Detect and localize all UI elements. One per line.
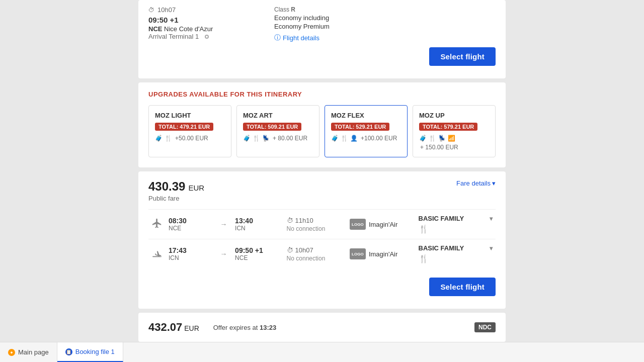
flight-1-duration-col: ⏱ 11h10 No connection — [284, 210, 347, 239]
fare-price: 430.39 EUR — [148, 179, 204, 194]
terminal-label: Arrival Terminal 1 — [148, 33, 199, 40]
upgrade-card-moz-flex[interactable]: MOZ FLEX TOTAL: 529.21 EUR 🧳 🍴 👤 +100.00… — [325, 105, 408, 157]
upgrade-card-moz-art[interactable]: MOZ ART TOTAL: 509.21 EUR 🧳 🍴 💺 + 80.00 … — [236, 105, 319, 157]
flight-details-link[interactable]: ⓘ Flight details — [274, 33, 496, 42]
upgrade-price-moz-art: + 80.00 EUR — [273, 135, 307, 142]
offer-expires-time: 13:23 — [260, 324, 276, 331]
airport-info: NCE Nice Cote d'Azur — [148, 25, 249, 33]
tab-booking-label: Booking file 1 — [75, 348, 115, 355]
clock-icon-2: ⏱ — [287, 246, 293, 254]
arrow-icon-2: → — [217, 239, 232, 269]
flight-details-text: Flight details — [283, 34, 319, 42]
upgrade-icons-moz-art: 🧳 🍴 💺 + 80.00 EUR — [243, 135, 313, 142]
family-icons-1: 🍴 — [419, 224, 493, 234]
flight-2-family-name: BASIC FAMILY ▾ — [419, 244, 493, 252]
duration-value: 10h07 — [157, 6, 176, 14]
ndc-badge: NDC — [474, 322, 496, 332]
tab-booking-file[interactable]: 📋 Booking file 1 — [57, 342, 123, 362]
airline-logo-box-2: LOGO — [350, 248, 366, 259]
luggage-icon: 🧳 — [155, 135, 163, 142]
luggage-icon-flex: 🧳 — [331, 135, 339, 142]
fare-price-block: 430.39 EUR Public fare — [148, 179, 204, 202]
arrival-terminal: Arrival Terminal 1 — [148, 33, 249, 40]
upgrade-name-moz-flex: MOZ FLEX — [331, 112, 401, 119]
upgrades-title: UPGRADES AVAILABLE FOR THIS ITINERARY — [148, 90, 496, 98]
luggage-icon-up: 🧳 — [419, 135, 427, 142]
fare-amount: 430.39 — [148, 179, 185, 194]
upgrade-card-moz-light[interactable]: MOZ LIGHT TOTAL: 479.21 EUR 🧳 🍴 +50.00 E… — [148, 105, 231, 157]
offer-expires-text: Offer expires at — [213, 324, 258, 331]
upgrade-total-moz-art: TOTAL: 509.21 EUR — [243, 123, 301, 131]
airport-code: NCE — [148, 25, 162, 33]
seat-icon-art: 💺 — [262, 135, 270, 142]
meal-icon-up: 🍴 — [429, 135, 436, 142]
tab-main-page[interactable]: ● Main page — [0, 342, 57, 362]
upgrade-icons-moz-flex: 🧳 🍴 👤 +100.00 EUR — [331, 135, 401, 142]
upgrade-total-moz-light: TOTAL: 479.21 EUR — [155, 123, 213, 131]
select-flight-btn-container-1: Select flight — [148, 42, 496, 68]
class-detail-1: Economy including — [274, 14, 496, 22]
fare-header-1: 430.39 EUR Public fare Fare details ▾ — [148, 179, 496, 202]
flight-1-duration-text: 11h10 — [295, 217, 313, 224]
bottom-bar: ● Main page 📋 Booking file 1 — [0, 342, 644, 362]
fare-label: Public fare — [148, 195, 204, 202]
fare-details-text: Fare details — [456, 179, 491, 187]
flight-1-airline: LOGO Imagin'Air — [350, 219, 413, 230]
info-icon: ⓘ — [274, 33, 281, 42]
select-flight-button-2[interactable]: Select flight — [429, 278, 496, 296]
dot-separator — [205, 35, 209, 39]
flight-2-airline: LOGO Imagin'Air — [350, 248, 413, 259]
duration-row: ⏱ 10h07 — [148, 6, 249, 14]
fare-details-link[interactable]: Fare details ▾ — [456, 179, 496, 187]
departure-plane-icon — [148, 210, 166, 239]
flight-row-1: 08:30 NCE → 13:40 ICN ⏱ 11h10 — [148, 210, 496, 239]
wifi-icon-up: 📶 — [448, 135, 455, 142]
flight-2-duration-col: ⏱ 10h07 No connection — [284, 239, 347, 269]
upgrade-icons-moz-light: 🧳 🍴 +50.00 EUR — [155, 135, 225, 142]
class-label: Class R — [274, 6, 496, 13]
flight-times-col: ⏱ 10h07 09:50 +1 NCE Nice Cote d'Azur Ar… — [148, 6, 249, 40]
upgrade-icons-moz-up: 🧳 🍴 💺 📶 + 150.00 EUR — [419, 135, 489, 151]
fare-2-price-block: 432.07 EUR — [148, 321, 199, 334]
top-flight-card: ⏱ 10h07 09:50 +1 NCE Nice Cote d'Azur Ar… — [138, 0, 506, 78]
booking-file-icon: 📋 — [65, 348, 72, 355]
flight-2-airline-col: LOGO Imagin'Air — [347, 239, 416, 269]
upgrade-price-moz-flex: +100.00 EUR — [361, 135, 397, 142]
upgrade-card-moz-up[interactable]: MOZ UP TOTAL: 579.21 EUR 🧳 🍴 💺 📶 + 150.0… — [413, 105, 496, 157]
flight-2-dep-time-col: 17:43 ICN — [166, 239, 217, 269]
flight-1-dep-code: NCE — [169, 225, 214, 232]
upgrade-price-moz-up: + 150.00 EUR — [420, 144, 458, 151]
flight-2-duration: ⏱ 10h07 — [287, 246, 344, 254]
flight-2-arr-time: 09:50 +1 — [235, 246, 281, 254]
meal-icon-flex: 🍴 — [341, 135, 348, 142]
fare-2-currency: EUR — [184, 324, 199, 332]
tab-main-label: Main page — [18, 348, 49, 356]
person-icon-flex: 👤 — [350, 135, 358, 142]
meal-icon: 🍴 — [165, 135, 172, 142]
upgrade-name-moz-light: MOZ LIGHT — [155, 112, 225, 119]
fare-2-amount: 432.07 — [148, 321, 182, 333]
flight-2-dep-code: ICN — [169, 254, 214, 261]
class-col: Class R Economy including Economy Premiu… — [259, 6, 496, 42]
flights-table: 08:30 NCE → 13:40 ICN ⏱ 11h10 — [148, 209, 496, 268]
flight-1-family-name: BASIC FAMILY ▾ — [419, 215, 493, 222]
arrow-icon-1: → — [217, 210, 232, 239]
flight-1-arr-code: ICN — [235, 225, 281, 232]
class-detail-2: Economy Premium — [274, 23, 496, 30]
seat-icon-up: 💺 — [438, 135, 446, 142]
airline-name-2: Imagin'Air — [369, 250, 397, 258]
airport-name: Nice Cote d'Azur — [164, 25, 213, 33]
main-content: ⏱ 10h07 09:50 +1 NCE Nice Cote d'Azur Ar… — [138, 0, 506, 342]
basic-family-label-1: BASIC FAMILY — [419, 215, 464, 222]
clock-icon: ⏱ — [148, 7, 154, 14]
flight-2-dep-time: 17:43 — [169, 246, 214, 254]
family-chevron-2[interactable]: ▾ — [490, 245, 493, 252]
family-chevron-1[interactable]: ▾ — [490, 215, 493, 222]
page-wrapper: ⏱ 10h07 09:50 +1 NCE Nice Cote d'Azur Ar… — [0, 0, 644, 362]
flight-1-duration: ⏱ 11h10 — [287, 217, 344, 224]
flight-1-dep-time-col: 08:30 NCE — [166, 210, 217, 239]
select-flight-button-1[interactable]: Select flight — [429, 47, 496, 66]
class-value: R — [291, 6, 295, 13]
luggage-icon-art: 🧳 — [243, 135, 251, 142]
chevron-down-icon: ▾ — [492, 179, 496, 187]
